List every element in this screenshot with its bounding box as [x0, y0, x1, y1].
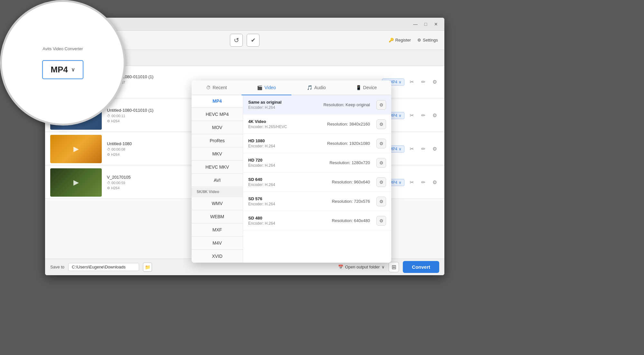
preset-encoder: Encoder: H.264 — [248, 105, 323, 110]
rotate-button[interactable]: ↺ — [230, 34, 243, 47]
resolution-right: Resolution: Keep original ⚙ — [323, 100, 386, 110]
edit-icon[interactable]: ✏ — [419, 145, 428, 154]
preset-encoder: Encoder: H.264 — [248, 182, 332, 187]
resolution-right: Resolution: 720x576 ⚙ — [332, 197, 386, 206]
resolution-right: Resolution: 1280x720 ⚙ — [329, 158, 386, 168]
play-icon[interactable]: ▶ — [73, 178, 79, 187]
edit-icon[interactable]: ✏ — [419, 78, 428, 87]
magnifier-chevron-icon: ∨ — [71, 67, 75, 73]
preset-settings-button[interactable]: ⚙ — [376, 197, 386, 206]
settings-icon[interactable]: ⚙ — [430, 78, 439, 87]
check-icon: ✔ — [251, 37, 256, 44]
open-output-button[interactable]: 📅 Open output folder ∨ — [338, 265, 385, 269]
magnifier-format-selector[interactable]: MP4 ∨ — [42, 60, 83, 79]
register-button[interactable]: 🔑 Register — [389, 38, 411, 42]
gear-icon: ⚙ — [417, 38, 421, 42]
preset-resolution: Resolution: 720x576 — [332, 199, 370, 204]
magnifier-app-title: Avits Video Converter — [43, 46, 83, 51]
format-item-mp4[interactable]: MP4 — [192, 95, 243, 107]
format-item-mxf[interactable]: MXF — [192, 224, 243, 236]
format-item-prores[interactable]: ProRes — [192, 135, 243, 146]
chevron-down-icon: ∨ — [399, 113, 402, 118]
cut-icon[interactable]: ✂ — [407, 145, 416, 154]
preset-name: SD 576 — [248, 196, 332, 201]
file-thumbnail: ▶ — [50, 168, 102, 197]
chevron-down-icon: ∨ — [399, 80, 402, 84]
preset-name: HD 1080 — [248, 138, 327, 143]
format-item-hevc-mkv[interactable]: HEVC MKV — [192, 161, 243, 173]
preset-info: Same as original Encoder: H.264 — [248, 100, 323, 110]
format-item-webm[interactable]: WEBM — [192, 211, 243, 222]
preset-resolution: Resolution: 960x640 — [332, 180, 370, 184]
preset-name: SD 480 — [248, 216, 332, 220]
maximize-button[interactable]: □ — [422, 22, 429, 27]
preset-settings-button[interactable]: ⚙ — [376, 100, 386, 110]
save-to-label: Save to — [50, 265, 64, 269]
video-icon: 🎬 — [257, 85, 262, 90]
format-item-xvid[interactable]: XVID — [192, 250, 243, 262]
file-thumbnail: ▶ — [50, 135, 102, 163]
cut-icon[interactable]: ✂ — [407, 78, 416, 87]
preset-settings-button[interactable]: ⚙ — [376, 177, 386, 187]
close-button[interactable]: ✕ — [433, 22, 439, 27]
preset-item-hd1080[interactable]: HD 1080 Encoder: H.264 Resolution: 1920x… — [243, 134, 391, 153]
preset-encoder: Encoder: H.264 — [248, 163, 329, 168]
grid-view-button[interactable]: ⊞ — [389, 262, 399, 272]
preset-settings-button[interactable]: ⚙ — [376, 119, 386, 129]
popup-tabs: ⏱ Recent 🎬 Video 🎵 Audio 📱 Device — [192, 80, 391, 95]
preset-item-hd720[interactable]: HD 720 Encoder: H.264 Resolution: 1280x7… — [243, 153, 391, 173]
resolution-right: Resolution: 1920x1080 ⚙ — [327, 139, 386, 148]
settings-button[interactable]: ⚙ Settings — [417, 38, 438, 42]
resolution-right: Resolution: 640x480 ⚙ — [332, 216, 386, 226]
edit-icon[interactable]: ✏ — [419, 178, 428, 187]
preset-name: 4K Video — [248, 119, 327, 124]
preset-resolution: Resolution: 640x480 — [332, 218, 370, 223]
magnifier-format-label: MP4 — [51, 65, 68, 75]
preset-encoder: Encoder: H.264 — [248, 202, 332, 206]
preset-item-sd576[interactable]: SD 576 Encoder: H.264 Resolution: 720x57… — [243, 192, 391, 211]
preset-info: 4K Video Encoder: H.265/HEVC — [248, 119, 327, 129]
preset-name: HD 720 — [248, 158, 329, 163]
tab-recent[interactable]: ⏱ Recent — [192, 80, 242, 95]
preset-name: Same as original — [248, 100, 323, 105]
preset-resolution: Resolution: 3840x2160 — [327, 122, 370, 126]
save-path-field[interactable]: C:\Users\Eugene\Downloads — [68, 263, 139, 271]
tab-device[interactable]: 📱 Device — [341, 80, 391, 95]
format-item-wmv[interactable]: WMV — [192, 198, 243, 209]
window-controls: — □ ✕ — [412, 22, 439, 27]
preset-list: Same as original Encoder: H.264 Resoluti… — [243, 95, 391, 263]
bottom-right: 📅 Open output folder ∨ ⊞ Convert — [338, 261, 439, 273]
preset-encoder: Encoder: H.264 — [248, 144, 327, 148]
tab-audio[interactable]: 🎵 Audio — [291, 80, 341, 95]
preset-info: SD 576 Encoder: H.264 — [248, 196, 332, 206]
file-name: Untitled-1080-011010 (1) — [107, 74, 377, 79]
preset-item-sd480[interactable]: SD 480 Encoder: H.264 Resolution: 640x48… — [243, 211, 391, 230]
format-item-m4v[interactable]: M4V — [192, 237, 243, 249]
preset-settings-button[interactable]: ⚙ — [376, 139, 386, 148]
format-item-avi[interactable]: AVI — [192, 174, 243, 186]
preset-item-4k[interactable]: 4K Video Encoder: H.265/HEVC Resolution:… — [243, 115, 391, 134]
format-item-mkv[interactable]: MKV — [192, 148, 243, 160]
tab-video[interactable]: 🎬 Video — [242, 80, 291, 95]
format-item-mov[interactable]: MOV — [192, 122, 243, 133]
play-icon[interactable]: ▶ — [73, 145, 79, 153]
edit-icon[interactable]: ✏ — [419, 111, 428, 120]
check-button[interactable]: ✔ — [247, 34, 260, 47]
preset-settings-button[interactable]: ⚙ — [376, 216, 386, 226]
preset-item-sd640[interactable]: SD 640 Encoder: H.264 Resolution: 960x64… — [243, 173, 391, 192]
minimize-button[interactable]: — — [412, 22, 419, 27]
settings-icon[interactable]: ⚙ — [430, 111, 439, 120]
settings-icon[interactable]: ⚙ — [430, 178, 439, 187]
magnifier: Avits Video Converter MP4 ∨ — [0, 0, 126, 126]
settings-icon[interactable]: ⚙ — [430, 145, 439, 154]
convert-button[interactable]: Convert — [403, 261, 439, 273]
format-category-5k8k: 5K/8K Video — [192, 188, 243, 196]
preset-resolution: Resolution: 1920x1080 — [327, 141, 370, 146]
browse-folder-button[interactable]: 📁 — [143, 263, 152, 272]
audio-icon: 🎵 — [307, 85, 312, 90]
preset-settings-button[interactable]: ⚙ — [376, 158, 386, 168]
preset-item-same-original[interactable]: Same as original Encoder: H.264 Resoluti… — [243, 95, 391, 115]
format-item-hevc-mp4[interactable]: HEVC MP4 — [192, 108, 243, 120]
cut-icon[interactable]: ✂ — [407, 178, 416, 187]
cut-icon[interactable]: ✂ — [407, 111, 416, 120]
